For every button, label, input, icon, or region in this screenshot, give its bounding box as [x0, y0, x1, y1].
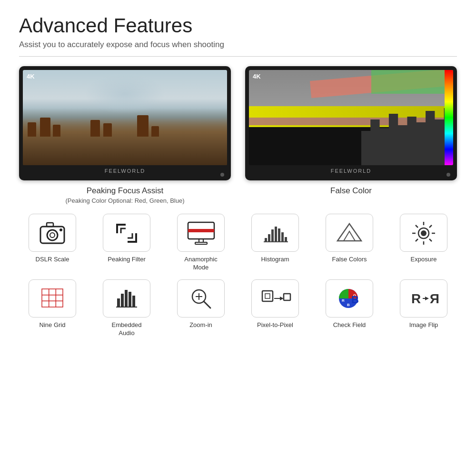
- svg-rect-14: [281, 232, 284, 242]
- nine-grid-icon-box: [29, 279, 76, 317]
- features-grid-row1: DSLR Scale Peaking Filter: [19, 214, 457, 272]
- peaking-filter-label: Peaking Filter: [108, 256, 145, 264]
- pixel-icon: [260, 285, 291, 311]
- svg-rect-9: [265, 238, 267, 242]
- page-title: Advanced Features: [19, 14, 457, 37]
- monitor-2-col: 4K FEELWORLD False Color: [245, 66, 457, 204]
- histogram-icon-box: [251, 214, 299, 252]
- monitor-1-label: Peaking Focus Assist: [87, 186, 164, 196]
- feature-check-field: R G B B Check Field: [316, 279, 383, 337]
- pixel-to-pixel-icon-box: [251, 279, 299, 317]
- svg-marker-17: [337, 224, 361, 241]
- feature-histogram: Histogram: [242, 214, 308, 272]
- sunburst-icon: [409, 220, 438, 246]
- feature-dslr-scale: DSLR Scale: [19, 214, 86, 272]
- histogram-label: Histogram: [261, 256, 289, 264]
- camera-icon: [38, 220, 67, 246]
- feature-false-colors: False Colors: [316, 214, 383, 272]
- checkfield-icon: R G B B: [335, 285, 364, 311]
- svg-text:B: B: [347, 303, 350, 307]
- svg-text:R: R: [342, 298, 345, 303]
- svg-rect-11: [271, 229, 274, 242]
- check-field-label: Check Field: [333, 321, 366, 329]
- svg-point-4: [60, 228, 62, 231]
- svg-text:R: R: [411, 291, 421, 306]
- svg-rect-15: [285, 237, 287, 242]
- svg-rect-38: [132, 296, 135, 307]
- monitor-2-screen: 4K: [249, 70, 453, 165]
- monitor-2-dot: [446, 173, 450, 177]
- feature-zoom-in: Zoom-in: [168, 279, 234, 337]
- svg-rect-48: [284, 294, 290, 300]
- svg-rect-6: [188, 229, 214, 232]
- exposure-label: Exposure: [411, 256, 437, 264]
- dslr-scale-icon-box: [29, 214, 76, 252]
- svg-rect-37: [129, 292, 131, 307]
- imageflip-icon: R R: [408, 285, 439, 311]
- histogram-icon: [261, 220, 289, 246]
- image-flip-label: Image Flip: [409, 321, 438, 329]
- monitor-2-frame: 4K FEELWORLD: [245, 66, 457, 180]
- mountain-icon: [335, 220, 364, 246]
- false-colors-label: False Colors: [332, 256, 367, 264]
- image-flip-icon-box: R R: [400, 279, 447, 317]
- ninegrid-icon: [38, 285, 67, 311]
- monitor-1-brand: FEELWORLD: [23, 168, 227, 174]
- svg-rect-29: [42, 289, 63, 307]
- svg-point-2: [50, 233, 55, 238]
- svg-text:B: B: [351, 294, 359, 306]
- monitor-2-badge: 4K: [253, 73, 261, 80]
- svg-text:R: R: [429, 291, 439, 306]
- svg-rect-12: [275, 227, 277, 242]
- svg-rect-13: [278, 228, 280, 242]
- zoom-in-label: Zoom-in: [189, 321, 212, 329]
- anamorphic-mode-icon-box: [177, 214, 225, 252]
- monitor-1-sublabel: (Peaking Color Optional: Red, Green, Blu…: [65, 197, 184, 204]
- svg-rect-35: [121, 294, 124, 307]
- svg-marker-18: [344, 231, 355, 241]
- embedded-audio-icon-box: [103, 279, 150, 317]
- svg-point-1: [47, 230, 58, 240]
- svg-rect-36: [125, 290, 128, 307]
- nine-grid-label: Nine Grid: [40, 321, 66, 329]
- features-grid-row2: Nine Grid EmbeddedAudio: [19, 279, 457, 337]
- feature-anamorphic-mode: AnamorphicMode: [168, 214, 234, 272]
- monitor-1-dot: [220, 173, 224, 177]
- zoomin-icon: [187, 285, 215, 311]
- svg-rect-8: [195, 242, 207, 244]
- svg-line-26: [429, 225, 432, 228]
- monitor-1-badge: 4K: [27, 73, 35, 80]
- feature-image-flip: R R Image Flip: [390, 279, 457, 337]
- svg-point-28: [421, 230, 426, 236]
- svg-line-25: [429, 239, 432, 241]
- monitor-1-col: 4K FEELWORLD Peaking Focus Assist (Peaki…: [19, 66, 231, 204]
- feature-peaking-filter: Peaking Filter: [93, 214, 160, 272]
- feature-nine-grid: Nine Grid: [19, 279, 86, 337]
- svg-rect-10: [268, 234, 270, 242]
- monitor-2-brand: FEELWORLD: [249, 168, 453, 174]
- svg-rect-34: [117, 298, 120, 307]
- dslr-scale-label: DSLR Scale: [36, 256, 69, 264]
- exposure-icon-box: [400, 214, 447, 252]
- svg-line-27: [416, 239, 418, 241]
- monitor-1-screen: 4K: [23, 70, 227, 165]
- svg-rect-44: [262, 291, 273, 301]
- svg-rect-45: [265, 294, 270, 298]
- anamorphic-icon: [186, 220, 217, 246]
- false-colors-icon-box: [326, 214, 373, 252]
- monitor-2-label: False Color: [330, 186, 372, 196]
- feature-exposure: Exposure: [390, 214, 457, 272]
- audio-icon: [112, 285, 141, 311]
- svg-marker-56: [425, 297, 429, 300]
- monitors-row: 4K FEELWORLD Peaking Focus Assist (Peaki…: [19, 66, 457, 204]
- embedded-audio-label: EmbeddedAudio: [112, 321, 142, 337]
- anamorphic-mode-label: AnamorphicMode: [184, 256, 217, 272]
- peaking-filter-icon-box: [103, 214, 150, 252]
- zoom-in-icon-box: [177, 279, 225, 317]
- feature-pixel-to-pixel: Pixel-to-Pixel: [242, 279, 308, 337]
- monitor-1-frame: 4K FEELWORLD: [19, 66, 231, 180]
- svg-line-41: [204, 301, 210, 308]
- svg-rect-3: [47, 223, 53, 227]
- feature-embedded-audio: EmbeddedAudio: [93, 279, 160, 337]
- peaking-icon: [112, 220, 141, 246]
